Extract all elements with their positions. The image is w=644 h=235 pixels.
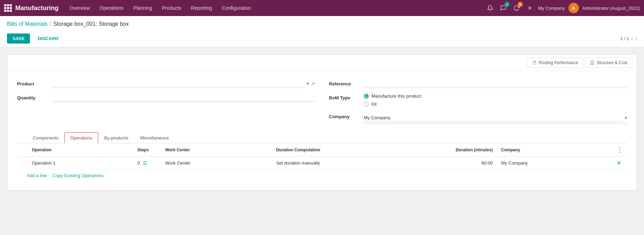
company-field-row: Company My Company ▾: [329, 112, 627, 124]
quantity-input[interactable]: 1.00: [52, 93, 315, 102]
duration-minutes-cell[interactable]: 60:00: [445, 157, 497, 169]
tabs-bar: Components Operations By-products Miscel…: [17, 132, 627, 143]
operations-table: Operation Steps Work Center Duration Com…: [17, 143, 627, 169]
app-title: Manufacturing: [15, 5, 58, 12]
kit-radio-circle[interactable]: [364, 102, 369, 107]
col-duration-computation: Duration Computation: [272, 143, 445, 157]
pagination-text: 1 / 1: [620, 36, 629, 41]
structure-cost-label: Structure & Cost: [597, 60, 627, 65]
work-center-cell[interactable]: Work Center: [161, 157, 272, 169]
pagination: 1 / 1 ‹ ›: [620, 36, 637, 42]
chat-badge: 1: [504, 2, 510, 7]
col-menu[interactable]: ⋮: [612, 143, 627, 157]
bom-type-label: BoM Type: [329, 93, 364, 100]
quantity-field-row: Quantity 1.00: [17, 93, 315, 102]
prev-arrow[interactable]: ‹: [631, 36, 633, 42]
breadcrumb-link[interactable]: Bills of Materials: [7, 21, 47, 27]
avatar: A: [568, 3, 579, 13]
save-button[interactable]: SAVE: [7, 33, 30, 44]
col-work-center: Work Center: [161, 143, 272, 157]
col-company: Company: [497, 143, 612, 157]
form-right: Reference Storage box_001 BoM Type: [329, 79, 627, 129]
bell-icon[interactable]: [485, 3, 495, 13]
clock-icon: ⏱: [532, 60, 537, 66]
nav-operations[interactable]: Operations: [95, 3, 127, 13]
company-cell[interactable]: My Company: [497, 157, 612, 169]
delete-cell[interactable]: ✕: [612, 157, 627, 169]
main-content: ⏱ Routing Performance ☰ Structure & Cost…: [0, 47, 644, 235]
product-input[interactable]: Storage box: [52, 79, 305, 88]
top-navigation: Manufacturing Overview Operations Planni…: [0, 0, 644, 16]
tab-byproducts[interactable]: By-products: [98, 132, 134, 143]
form-left: Product Storage box ▾ ↗ Quantity: [17, 79, 315, 129]
company-label: Company: [329, 112, 364, 119]
nav-right: 1 5 My Company A Administrator (August_2…: [485, 3, 640, 13]
quantity-field-value: 1.00: [52, 93, 315, 102]
card-topbar: ⏱ Routing Performance ☰ Structure & Cost: [7, 55, 637, 71]
steps-count: 0: [137, 160, 140, 166]
col-steps: Steps: [133, 143, 161, 157]
reference-input[interactable]: Storage box_001: [364, 79, 627, 88]
apps-icon[interactable]: [4, 4, 12, 12]
drag-handle-icon[interactable]: ↕: [21, 160, 24, 166]
steps-cell: 0 ☰: [133, 157, 161, 169]
bom-type-manufacture-label: Manufacture this product: [371, 93, 421, 99]
breadcrumb-separator: /: [49, 21, 51, 27]
next-arrow[interactable]: ›: [635, 36, 637, 42]
tab-operations[interactable]: Operations: [64, 132, 99, 143]
col-duration-minutes: Duration (minutes): [445, 143, 497, 157]
chat-icon[interactable]: 1: [498, 3, 508, 13]
product-dropdown-arrow[interactable]: ▾: [307, 81, 309, 86]
nav-overview[interactable]: Overview: [65, 3, 94, 13]
operation-cell[interactable]: Operation 1: [28, 157, 133, 169]
company-dropdown-arrow[interactable]: ▾: [625, 115, 627, 120]
manufacture-radio-circle[interactable]: [364, 94, 369, 99]
nav-links: Overview Operations Planning Products Re…: [65, 3, 485, 13]
structure-cost-button[interactable]: ☰ Structure & Cost: [585, 58, 633, 68]
breadcrumb-bar: Bills of Materials / Storage box_001: St…: [0, 16, 644, 47]
product-external-link[interactable]: ↗: [311, 81, 315, 86]
routing-performance-label: Routing Performance: [539, 60, 578, 65]
manufacture-radio-dot: [365, 95, 368, 97]
tab-miscellaneous[interactable]: Miscellaneous: [134, 132, 175, 143]
steps-list-icon[interactable]: ☰: [143, 160, 147, 166]
company-field-value: My Company ▾: [364, 112, 627, 124]
nav-products[interactable]: Products: [158, 3, 185, 13]
routing-performance-button[interactable]: ⏱ Routing Performance: [527, 58, 583, 68]
table-row: ↕ Operation 1 0 ☰ Work Center Set durati…: [17, 157, 627, 169]
col-operation: Operation: [28, 143, 133, 157]
reference-field-value: Storage box_001: [364, 79, 627, 88]
reference-label: Reference: [329, 79, 364, 86]
bom-type-field-row: BoM Type Manufacture this product: [329, 93, 627, 107]
duration-computation-cell[interactable]: Set duration manually: [272, 157, 445, 169]
copy-existing-button[interactable]: Copy Existing Operations: [53, 173, 104, 178]
bom-type-kit[interactable]: Kit: [364, 101, 627, 107]
nav-configuration[interactable]: Configuration: [218, 3, 255, 13]
company-select[interactable]: My Company: [364, 114, 623, 122]
add-line-button[interactable]: Add a line: [27, 173, 47, 178]
product-field-row: Product Storage box ▾ ↗: [17, 79, 315, 88]
form-grid: Product Storage box ▾ ↗ Quantity: [17, 79, 627, 129]
delete-row-icon[interactable]: ✕: [616, 160, 621, 166]
tab-components[interactable]: Components: [27, 132, 64, 143]
add-line-row: Add a line Copy Existing Operations: [17, 169, 627, 182]
reference-field-row: Reference Storage box_001: [329, 79, 627, 88]
form-body: Product Storage box ▾ ↗ Quantity: [7, 71, 637, 190]
user-name: Administrator (August_2022): [582, 6, 640, 11]
close-icon[interactable]: [525, 3, 535, 13]
bom-type-radio-group: Manufacture this product Kit: [364, 93, 627, 107]
bom-type-field-value: Manufacture this product Kit: [364, 93, 627, 107]
nav-reporting[interactable]: Reporting: [187, 3, 217, 13]
col-drag: [17, 143, 28, 157]
drag-handle-cell[interactable]: ↕: [17, 157, 28, 169]
nav-planning[interactable]: Planning: [129, 3, 157, 13]
form-card: ⏱ Routing Performance ☰ Structure & Cost…: [7, 54, 637, 190]
product-label: Product: [17, 79, 52, 86]
activity-icon[interactable]: 5: [512, 3, 521, 13]
app-brand[interactable]: Manufacturing: [4, 4, 58, 12]
discard-button[interactable]: DISCARD: [33, 33, 62, 44]
action-bar: SAVE DISCARD 1 / 1 ‹ ›: [7, 31, 637, 47]
product-field-value: Storage box ▾ ↗: [52, 79, 315, 88]
company-name[interactable]: My Company: [538, 6, 565, 11]
bom-type-manufacture[interactable]: Manufacture this product: [364, 93, 627, 99]
